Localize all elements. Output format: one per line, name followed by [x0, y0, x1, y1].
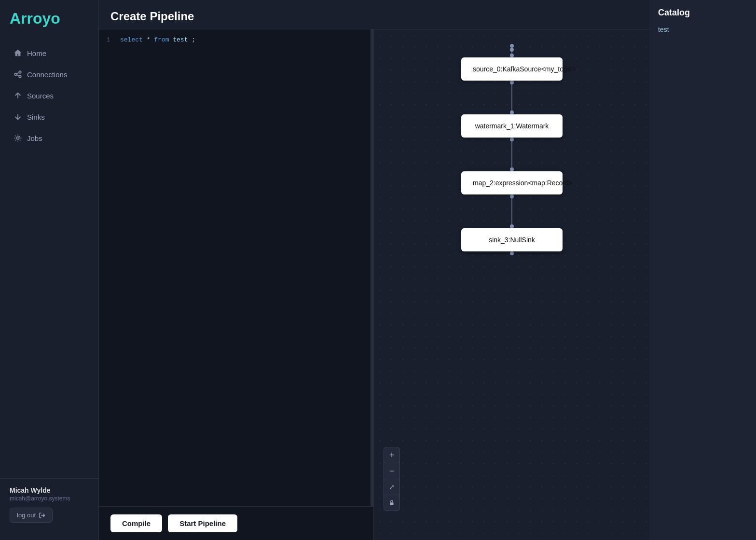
connections-icon	[14, 70, 22, 79]
zoom-out-button[interactable]: −	[384, 463, 399, 479]
code-semicolon: ;	[192, 36, 195, 43]
svg-point-0	[14, 73, 17, 76]
sidebar-item-jobs[interactable]: Jobs	[4, 128, 95, 148]
zoom-controls: + − ⤢	[384, 447, 400, 511]
keyword-select: select	[120, 36, 143, 43]
logout-icon	[39, 512, 45, 519]
zoom-fit-button[interactable]: ⤢	[384, 479, 399, 495]
content-area: 1 select * from test ; Compile Start Pip…	[99, 29, 650, 540]
pipeline-node-1[interactable]: watermark_1:Watermark	[461, 114, 563, 138]
pipeline-node-2[interactable]: map_2:expression<map:Record>	[461, 171, 563, 194]
logo: Arroyo	[0, 10, 98, 42]
bottom-bar: Compile Start Pipeline	[99, 506, 373, 540]
logout-label: log out	[17, 512, 36, 519]
page-header: Create Pipeline	[99, 0, 650, 29]
sidebar-item-connections-label: Connections	[27, 70, 67, 79]
jobs-icon	[14, 134, 22, 142]
user-email: micah@arroyo.systems	[10, 495, 89, 502]
svg-point-1	[19, 71, 21, 73]
pipeline-node-0[interactable]: source_0:KafkaSource<my_topic>	[461, 57, 563, 81]
svg-rect-8	[390, 502, 394, 505]
sidebar-bottom: Micah Wylde micah@arroyo.systems log out	[0, 478, 98, 530]
editor-line-1: 1 select * from test ;	[99, 35, 373, 44]
sidebar-item-sources[interactable]: Sources	[4, 85, 95, 106]
operator-star: *	[147, 36, 154, 43]
keyword-from: from	[154, 36, 169, 43]
zoom-lock-button[interactable]	[384, 495, 399, 511]
sidebar-item-sinks-label: Sinks	[27, 113, 45, 121]
pipeline-panel: source_0:KafkaSource<my_topic> watermark…	[374, 29, 650, 540]
connector-bottom-dot	[510, 251, 514, 255]
sidebar-item-home[interactable]: Home	[4, 43, 95, 63]
home-icon	[14, 49, 22, 57]
svg-point-7	[16, 137, 19, 139]
connector-3	[511, 194, 512, 228]
sidebar-item-sinks[interactable]: Sinks	[4, 107, 95, 127]
editor-panel: 1 select * from test ; Compile Start Pip…	[99, 29, 374, 540]
svg-line-3	[17, 72, 19, 74]
editor-body[interactable]: 1 select * from test ;	[99, 29, 373, 506]
sidebar-item-connections[interactable]: Connections	[4, 64, 95, 84]
pipeline-node-3[interactable]: sink_3:NullSink	[461, 228, 563, 251]
sinks-icon	[14, 112, 22, 121]
line-number-1: 1	[107, 36, 120, 43]
line-code-1: select * from test ;	[120, 36, 195, 43]
logout-button[interactable]: log out	[10, 508, 53, 523]
start-pipeline-button[interactable]: Start Pipeline	[168, 514, 237, 532]
catalog-item-0[interactable]: test	[658, 24, 748, 35]
connector-1	[511, 81, 512, 114]
sidebar-item-sources-label: Sources	[27, 92, 54, 100]
svg-point-2	[19, 75, 21, 78]
editor-scrollbar[interactable]	[371, 29, 373, 506]
sidebar-item-home-label: Home	[27, 49, 46, 57]
connector-0	[511, 48, 512, 57]
sources-icon	[14, 91, 22, 100]
zoom-in-button[interactable]: +	[384, 447, 399, 463]
compile-button[interactable]: Compile	[110, 514, 162, 532]
catalog-title: Catalog	[658, 8, 748, 18]
sidebar: Arroyo Home Connections Sources	[0, 0, 99, 540]
catalog-panel: Catalog test	[650, 0, 756, 540]
page-title: Create Pipeline	[110, 10, 638, 23]
user-name: Micah Wylde	[10, 486, 89, 494]
connector-2	[511, 138, 512, 171]
lock-icon	[388, 499, 395, 506]
table-name: test	[173, 36, 188, 43]
logo-text: Arroyo	[10, 10, 60, 27]
sidebar-nav: Home Connections Sources Sink	[0, 42, 98, 149]
svg-line-4	[17, 75, 19, 76]
pipeline-canvas: source_0:KafkaSource<my_topic> watermark…	[374, 29, 650, 540]
connector-top-dot	[510, 44, 514, 48]
main-area: Create Pipeline 1 select * from test ;	[99, 0, 650, 540]
sidebar-item-jobs-label: Jobs	[27, 134, 42, 142]
